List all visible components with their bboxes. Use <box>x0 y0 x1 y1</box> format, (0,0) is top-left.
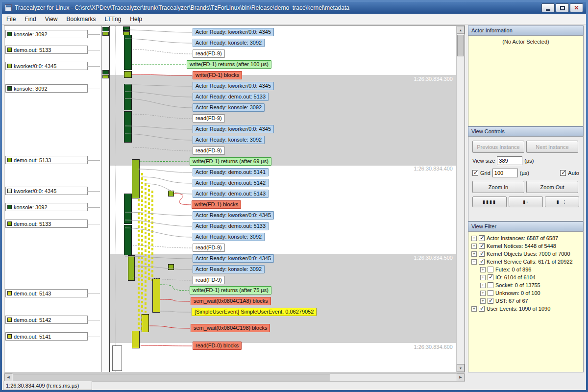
event-label[interactable]: read(FD-9) <box>193 114 225 122</box>
menu-item-bookmarks[interactable]: Bookmarks <box>62 14 100 24</box>
menu-item-lttng[interactable]: LTTng <box>100 14 126 24</box>
scroll-up-icon[interactable] <box>457 26 465 34</box>
event-label[interactable]: read(FD-9) <box>193 276 225 284</box>
next-instance-button[interactable]: Next Instance <box>526 141 578 153</box>
event-label[interactable]: Actor Ready: kworker/0:0: 4345 <box>193 254 274 263</box>
event-label[interactable]: Actor Ready: konsole: 3092 <box>193 265 265 273</box>
actor-label[interactable]: demo.out: 5142 <box>5 316 88 324</box>
minimize-button[interactable] <box>541 3 555 12</box>
tree-expander-icon[interactable]: + <box>480 275 486 280</box>
execution-bar[interactable] <box>124 35 132 70</box>
tree-expander-icon[interactable]: − <box>471 259 477 265</box>
execution-bar[interactable] <box>124 71 132 78</box>
tree-expander-icon[interactable]: + <box>480 283 486 288</box>
grid-checkbox[interactable] <box>472 170 478 176</box>
previous-instance-button[interactable]: Previous Instance <box>472 141 524 153</box>
grid-size-input[interactable] <box>492 169 518 177</box>
auto-checkbox[interactable] <box>560 170 566 176</box>
tree-checkbox[interactable] <box>488 282 493 288</box>
event-label[interactable]: Actor Ready: demo.out: 5133 <box>193 93 269 101</box>
actor-label[interactable]: demo.out: 5143 <box>5 289 88 297</box>
scroll-right-icon[interactable] <box>457 373 465 381</box>
filter-tree-row[interactable]: +Unknown: 0 of 100 <box>469 289 582 297</box>
zoom-in-button[interactable]: Zoom In <box>472 181 524 193</box>
event-log-button[interactable]: ▮ ⋮ <box>545 196 579 207</box>
tree-expander-icon[interactable]: + <box>471 306 477 312</box>
menu-item-help[interactable]: Help <box>125 14 147 24</box>
actor-label[interactable]: demo.out: 5141 <box>5 332 88 341</box>
close-button[interactable]: ✕ <box>570 3 583 12</box>
execution-bar[interactable] <box>123 26 130 31</box>
tree-checkbox[interactable] <box>479 251 485 257</box>
filter-tree-row[interactable]: +Futex: 0 of 896 <box>469 266 582 273</box>
menu-item-file[interactable]: File <box>2 14 20 24</box>
execution-bar[interactable] <box>132 331 140 348</box>
menu-item-view[interactable]: View <box>41 14 62 24</box>
event-label[interactable]: Actor Ready: konsole: 3092 <box>193 233 265 241</box>
zoom-out-button[interactable]: Zoom Out <box>526 181 578 193</box>
event-label[interactable]: Actor Ready: kworker/0:0: 4345 <box>193 211 274 220</box>
tree-expander-icon[interactable]: + <box>480 291 486 296</box>
filter-tree-row[interactable]: +Kernel Objects Uses: 7000 of 7000 <box>469 250 582 258</box>
event-label[interactable]: Actor Ready: konsole: 3092 <box>193 103 265 112</box>
actor-label[interactable]: demo.out: 5133 <box>5 46 88 54</box>
vertical-trace-button[interactable]: ▮∶ <box>509 196 543 207</box>
filter-tree-row[interactable]: −Kernel Service Calls: 6171 of 20922 <box>469 258 582 266</box>
tree-expander-icon[interactable]: + <box>471 251 477 257</box>
event-label[interactable]: read(FD-9) <box>193 244 225 252</box>
event-label[interactable]: write(FD-1) returns (after 69 µs) <box>190 157 271 166</box>
event-label[interactable]: Actor Ready: kworker/0:0: 4345 <box>193 82 274 90</box>
execution-bar[interactable] <box>168 191 174 196</box>
trace-view-button[interactable]: ▮▮▮▮ <box>472 196 507 207</box>
tree-expander-icon[interactable]: + <box>471 244 477 249</box>
filter-tree-row[interactable]: +IO: 6104 of 6104 <box>469 273 582 281</box>
filter-tree-row[interactable]: +Socket: 0 of 13755 <box>469 281 582 289</box>
menu-item-find[interactable]: Find <box>20 14 40 24</box>
actor-label[interactable]: konsole: 3092 <box>5 30 88 38</box>
execution-bar[interactable] <box>124 194 132 224</box>
event-label[interactable]: Actor Ready: kworker/0:0: 4345 <box>193 125 274 133</box>
execution-bar[interactable] <box>142 314 149 332</box>
filter-tree-row[interactable]: +Kernel Notices: 5448 of 5448 <box>469 242 582 250</box>
event-label[interactable]: Actor Ready: konsole: 3092 <box>193 39 265 47</box>
tree-expander-icon[interactable]: + <box>471 236 477 241</box>
actor-label[interactable]: konsole: 3092 <box>5 84 88 93</box>
event-label[interactable]: write(FD-1) returns (after 100 µs) <box>187 60 271 69</box>
event-label[interactable]: [SimpleUserEvent] SimpleUserEvent, 0,062… <box>192 308 317 316</box>
execution-bar[interactable] <box>132 159 140 198</box>
event-label[interactable]: read(FD-0) blocks <box>193 342 242 350</box>
event-label[interactable]: read(FD-9) <box>193 49 225 58</box>
event-label[interactable]: write(FD-1) blocks <box>193 71 242 79</box>
event-label[interactable]: Actor Ready: demo.out: 5133 <box>193 222 269 230</box>
execution-bar[interactable] <box>124 225 132 255</box>
event-label[interactable]: Actor Ready: demo.out: 5143 <box>193 190 269 198</box>
tree-checkbox[interactable] <box>488 274 493 280</box>
scroll-left-icon[interactable] <box>4 373 12 381</box>
overview-scroll-thumb[interactable] <box>112 345 122 371</box>
actor-label[interactable]: konsole: 3092 <box>5 203 88 211</box>
event-label[interactable]: read(FD-9) <box>193 147 225 155</box>
actor-label[interactable]: demo.out: 5133 <box>5 220 88 228</box>
execution-bar[interactable] <box>124 111 132 143</box>
event-label[interactable]: sem_wait(0x0804C198) blocks <box>191 324 270 332</box>
event-label[interactable]: write(FD-1) returns (after 75 µs) <box>190 286 271 294</box>
tree-expander-icon[interactable]: + <box>480 298 486 304</box>
filter-tree-row[interactable]: +Actor Instances: 6587 of 6587 <box>469 234 582 242</box>
actor-label[interactable]: kworker/0:0: 4345 <box>5 187 88 195</box>
tree-checkbox[interactable] <box>479 235 485 241</box>
tree-checkbox[interactable] <box>488 298 493 304</box>
execution-bar[interactable] <box>168 264 174 270</box>
event-label[interactable]: write(FD-1) blocks <box>192 200 241 209</box>
view-size-input[interactable] <box>497 156 522 165</box>
tree-checkbox[interactable] <box>479 259 485 265</box>
horizontal-scroll-thumb[interactable] <box>13 374 330 381</box>
maximize-button[interactable] <box>556 3 569 12</box>
tree-checkbox[interactable] <box>488 267 493 272</box>
scroll-down-icon[interactable] <box>457 364 465 372</box>
execution-bar[interactable] <box>152 278 160 313</box>
vertical-scroll-thumb[interactable] <box>457 35 464 56</box>
event-label[interactable]: sem_wait(0x0804C1A8) blocks <box>191 297 271 305</box>
vertical-scrollbar[interactable] <box>456 26 465 372</box>
filter-tree-row[interactable]: +UST: 67 of 67 <box>469 297 582 305</box>
filter-tree-row[interactable]: +User Events: 1090 of 1090 <box>469 305 582 313</box>
